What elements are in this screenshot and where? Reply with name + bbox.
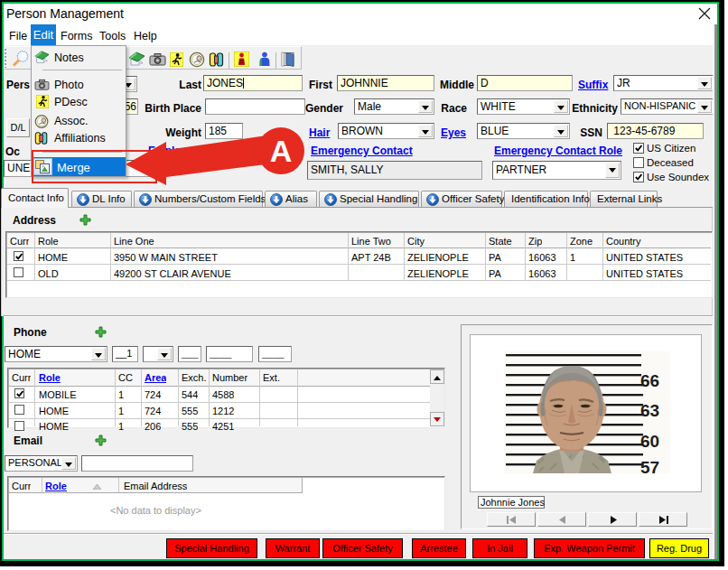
svg-text:60: 60 xyxy=(640,432,659,451)
svg-text:63: 63 xyxy=(640,401,659,420)
svg-text:66: 66 xyxy=(640,371,659,390)
svg-text:57: 57 xyxy=(640,458,659,473)
svg-text:A: A xyxy=(270,134,293,168)
